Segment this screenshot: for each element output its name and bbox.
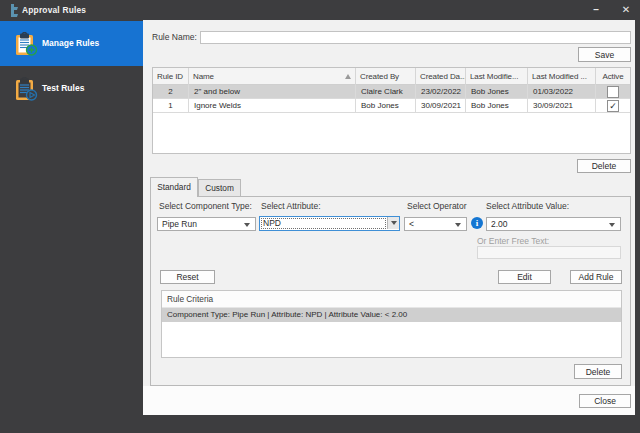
cell-active: ✓ (596, 99, 630, 112)
rule-criteria-list: Rule Criteria Component Type: Pipe Run |… (161, 290, 622, 358)
grid-header-created-date[interactable]: Created Da... (416, 68, 466, 85)
minimize-button[interactable]: – (587, 0, 605, 20)
rule-name-label: Rule Name: (152, 32, 197, 42)
grid-header-last-modified-by[interactable]: Last Modifie... (466, 68, 528, 85)
cell-created-date: 23/02/2022 (416, 85, 466, 98)
sort-ascending-icon (345, 74, 351, 79)
sidebar-item-label: Manage Rules (42, 21, 99, 66)
grid-header-name[interactable]: Name (189, 68, 356, 85)
reset-button[interactable]: Reset (160, 270, 215, 284)
tab-standard[interactable]: Standard (150, 177, 198, 197)
rule-criteria-item[interactable]: Component Type: Pipe Run | Attribute: NP… (162, 308, 621, 322)
delete-criteria-button[interactable]: Delete (574, 364, 622, 379)
sidebar-item-manage-rules[interactable]: Manage Rules (0, 21, 143, 66)
combo-dropdown-button[interactable] (387, 217, 399, 229)
cell-last-modified-by: Bob Jones (466, 85, 528, 98)
edit-button[interactable]: Edit (498, 270, 551, 284)
operator-combo[interactable]: < (404, 217, 467, 231)
cell-rule-id: 1 (153, 99, 189, 112)
title-bar: Approval Rules – ✕ (0, 0, 640, 20)
cell-rule-id: 2 (153, 85, 189, 98)
active-checkbox[interactable]: ✓ (607, 100, 619, 112)
component-type-combo[interactable]: Pipe Run (157, 217, 256, 231)
grid-header-row: Rule ID Name Created By Created Da... La… (153, 68, 630, 85)
sidebar: Manage Rules Test Rules (0, 20, 143, 415)
grid-header-active[interactable]: Active (596, 68, 630, 85)
clipboard-play-icon (14, 77, 38, 101)
chevron-down-icon (455, 223, 461, 227)
chevron-down-icon (391, 221, 397, 225)
tab-custom[interactable]: Custom (198, 179, 241, 196)
rules-grid: Rule ID Name Created By Created Da... La… (152, 67, 631, 154)
cell-created-by: Bob Jones (356, 99, 416, 112)
cell-name: Ignore Welds (189, 99, 356, 112)
attribute-value-label: Select Attribute Value: (486, 201, 569, 211)
footer-panel (143, 386, 635, 415)
app-logo-icon (7, 4, 20, 17)
attribute-label: Select Attribute: (261, 201, 321, 211)
approval-rules-window: Approval Rules – ✕ Manage Rules (0, 0, 640, 433)
delete-rule-button[interactable]: Delete (577, 159, 631, 173)
cell-created-by: Claire Clark (356, 85, 416, 98)
cell-created-date: 30/09/2021 (416, 99, 466, 112)
free-text-label: Or Enter Free Text: (477, 236, 549, 246)
cell-last-modified-date: 30/09/2021 (528, 99, 596, 112)
chevron-down-icon (244, 223, 250, 227)
save-button[interactable]: Save (578, 47, 631, 62)
free-text-input[interactable] (477, 246, 621, 259)
close-button[interactable]: Close (579, 394, 631, 408)
cell-name: 2" and below (189, 85, 356, 98)
cell-last-modified-by: Bob Jones (466, 99, 528, 112)
sidebar-item-label: Test Rules (42, 66, 84, 111)
cell-active (596, 85, 630, 98)
info-icon[interactable]: i (471, 217, 483, 229)
grid-header-rule-id[interactable]: Rule ID (153, 68, 189, 85)
window-title: Approval Rules (22, 0, 86, 20)
active-checkbox[interactable] (607, 86, 619, 98)
grid-header-last-modified-date[interactable]: Last Modified ... (528, 68, 596, 85)
attribute-combo[interactable]: NPD (259, 216, 400, 231)
add-rule-button[interactable]: Add Rule (570, 270, 622, 284)
rule-name-input[interactable] (200, 31, 631, 44)
attribute-value-combo[interactable]: 2.00 (486, 217, 621, 231)
grid-row-1[interactable]: 2 2" and below Claire Clark 23/02/2022 B… (153, 85, 630, 99)
grid-row-2[interactable]: 1 Ignore Welds Bob Jones 30/09/2021 Bob … (153, 99, 630, 113)
grid-header-created-by[interactable]: Created By (356, 68, 416, 85)
close-window-button[interactable]: ✕ (617, 0, 635, 20)
chevron-down-icon (609, 223, 615, 227)
component-type-label: Select Component Type: (159, 201, 252, 211)
sidebar-item-test-rules[interactable]: Test Rules (0, 66, 143, 111)
clipboard-add-icon (14, 32, 38, 56)
cell-last-modified-date: 01/03/2022 (528, 85, 596, 98)
operator-label: Select Operator (407, 201, 467, 211)
rule-criteria-header: Rule Criteria (162, 291, 621, 308)
